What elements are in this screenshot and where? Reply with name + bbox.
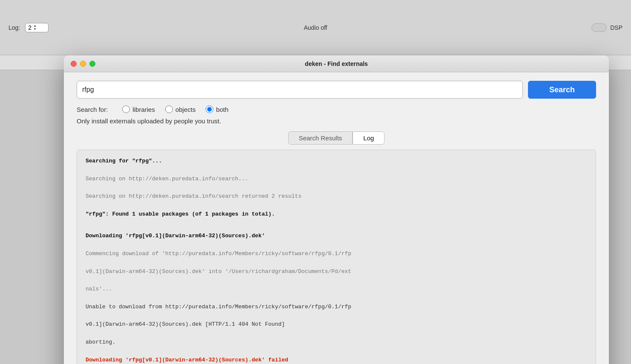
- log-line: "rfpg": Found 1 usable packages (of 1 pa…: [86, 210, 587, 219]
- log-value: 2: [28, 24, 32, 31]
- radio-both[interactable]: [206, 105, 213, 113]
- tab-search-results[interactable]: Search Results: [288, 131, 353, 145]
- dialog-overlay: deken - Find externals Search Search for…: [64, 55, 613, 344]
- log-line: aborting.: [86, 338, 587, 347]
- log-line: Searching on http://deken.puredata.info/…: [86, 192, 587, 201]
- log-line: Searching for "rfpg"...: [86, 157, 587, 166]
- log-line: Downloading 'rfpg[v0.1](Darwin-arm64-32)…: [86, 232, 587, 241]
- warning-text: Only install externals uploaded by peopl…: [77, 117, 596, 125]
- maximize-button[interactable]: [89, 61, 95, 67]
- minimize-button[interactable]: [80, 61, 86, 67]
- log-line: Searching on http://deken.puredata.info/…: [86, 175, 587, 184]
- radio-option-libraries[interactable]: libraries: [122, 105, 155, 113]
- log-line: v0.1](Darwin-arm64-32)(Sources).dek' int…: [86, 267, 587, 276]
- traffic-lights: [71, 61, 95, 67]
- dialog-title: deken - Find externals: [305, 60, 368, 67]
- radio-objects[interactable]: [165, 105, 173, 113]
- log-line: Downloading 'rfpg[v0.1](Darwin-arm64-32)…: [86, 356, 587, 364]
- audio-status: Audio off: [304, 24, 327, 31]
- log-label: Log:: [9, 24, 20, 31]
- log-area[interactable]: Searching for "rfpg"...Searching on http…: [77, 150, 596, 364]
- top-bar-right: DSP: [591, 23, 622, 32]
- radio-objects-label: objects: [175, 106, 196, 113]
- radio-row: Search for: libraries objects both: [77, 105, 596, 113]
- dialog-titlebar: deken - Find externals: [64, 55, 609, 72]
- radio-option-both[interactable]: both: [206, 105, 228, 113]
- top-bar-left: Log: 2 ▲ ▼: [9, 23, 49, 32]
- tab-bar: Search Results Log: [77, 131, 596, 145]
- log-line: Commencing download of 'http://puredata.…: [86, 250, 587, 259]
- radio-libraries[interactable]: [122, 105, 130, 113]
- radio-libraries-label: libraries: [132, 106, 155, 113]
- log-line: Unable to download from http://puredata.…: [86, 303, 587, 312]
- tab-log[interactable]: Log: [353, 131, 384, 145]
- close-button[interactable]: [71, 61, 77, 67]
- radio-option-objects[interactable]: objects: [165, 105, 196, 113]
- dialog-body: Search Search for: libraries objects bot…: [64, 72, 609, 364]
- search-for-label: Search for:: [77, 106, 108, 113]
- log-spinner[interactable]: 2 ▲ ▼: [25, 23, 49, 32]
- search-button[interactable]: Search: [528, 81, 596, 99]
- dsp-label: DSP: [610, 24, 622, 31]
- top-bar: Log: 2 ▲ ▼ Audio off DSP: [0, 0, 631, 55]
- dsp-toggle[interactable]: [591, 23, 607, 32]
- log-line: [86, 228, 587, 232]
- search-row: Search: [77, 81, 596, 99]
- spinner-arrows[interactable]: ▲ ▼: [33, 24, 37, 31]
- radio-both-label: both: [216, 106, 228, 113]
- log-line: nals'...: [86, 285, 587, 294]
- deken-dialog: deken - Find externals Search Search for…: [64, 55, 609, 364]
- log-line: v0.1](Darwin-arm64-32)(Sources).dek [HTT…: [86, 320, 587, 329]
- search-input[interactable]: [77, 81, 523, 99]
